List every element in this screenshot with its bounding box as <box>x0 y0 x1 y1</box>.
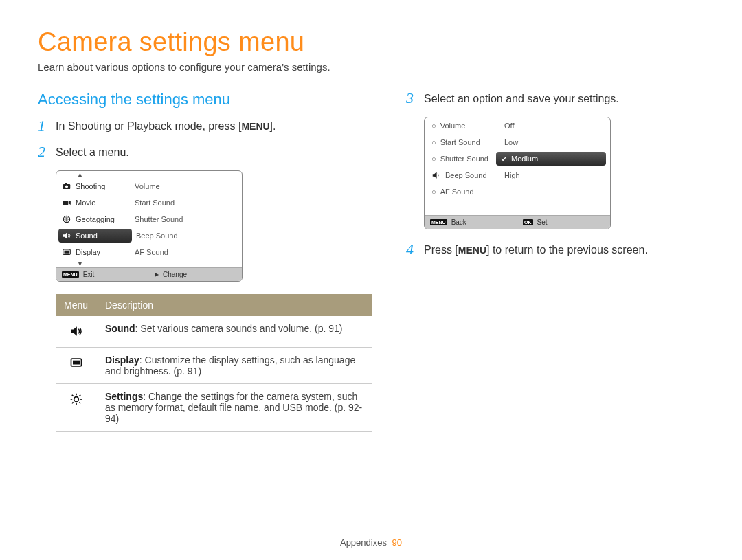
shutter-sound-item: ○ Shutter Sound <box>425 155 499 163</box>
menu-tag-icon: MENU <box>62 271 79 278</box>
svg-line-15 <box>79 402 80 403</box>
table-row: Sound: Set various camera sounds and vol… <box>56 316 372 348</box>
start-sound-item: ○ Start Sound <box>425 138 499 146</box>
medium-selected: Medium <box>496 152 606 166</box>
volume-item: ○ Volume <box>425 122 499 130</box>
movie-icon <box>62 198 71 208</box>
menu-key-label: MENU <box>241 121 269 132</box>
step-number: 3 <box>406 91 424 106</box>
af-sound-item: ○ AF Sound <box>425 188 499 196</box>
camera-screen-footer: MENU Back OK Set <box>425 215 610 229</box>
step-text: Press [MENU] to return to the previous s… <box>424 242 648 258</box>
check-icon <box>500 155 507 162</box>
page-title: Camera settings menu <box>38 27 704 57</box>
table-row: Settings: Change the settings for the ca… <box>56 384 372 432</box>
play-icon: ▶ <box>155 271 159 278</box>
step-2: 2 Select a menu. <box>38 144 372 161</box>
right-column: 3 Select an option and save your setting… <box>406 91 704 432</box>
step-number: 1 <box>38 118 56 133</box>
radio-icon: ○ <box>431 138 436 146</box>
step-number: 4 <box>406 242 424 257</box>
svg-line-17 <box>79 395 80 396</box>
globe-icon <box>62 214 71 224</box>
display-icon <box>62 247 71 257</box>
description-table: Menu Description Sound: Set various came… <box>56 294 372 432</box>
menu-item-sound-selected: Sound <box>58 229 132 243</box>
svg-point-9 <box>74 397 79 402</box>
camera-screen-menu: ▲ Shooting Volume Movie Start Sound Geot… <box>56 170 243 282</box>
step-4: 4 Press [MENU] to return to the previous… <box>406 242 704 258</box>
camera-screen-option: ○ Volume Off ○ Start Sound Low ○ Shutter… <box>424 117 611 229</box>
section-title: Accessing the settings menu <box>38 91 372 109</box>
left-column: Accessing the settings menu 1 In Shootin… <box>38 91 372 432</box>
step-text: In Shooting or Playback mode, press [MEN… <box>56 118 276 135</box>
scroll-up-icon: ▲ <box>56 171 242 178</box>
svg-line-14 <box>72 395 74 396</box>
step-text: Select a menu. <box>56 144 129 161</box>
gear-icon <box>69 392 83 406</box>
table-header-description: Description <box>97 294 372 316</box>
display-icon <box>69 356 83 370</box>
table-row: Display: Customize the display settings,… <box>56 348 372 384</box>
sound-icon <box>431 170 441 180</box>
step-1: 1 In Shooting or Playback mode, press [M… <box>38 118 372 135</box>
svg-rect-2 <box>65 183 67 184</box>
svg-rect-6 <box>65 251 69 254</box>
svg-rect-3 <box>63 201 69 205</box>
menu-tag-icon: MENU <box>430 219 447 225</box>
scroll-down-icon: ▼ <box>56 260 242 267</box>
beep-sound-item: Beep Sound <box>425 170 499 180</box>
table-header-menu: Menu <box>56 294 97 316</box>
radio-icon: ○ <box>431 188 436 196</box>
sound-icon <box>62 231 71 240</box>
svg-point-1 <box>65 186 68 188</box>
svg-rect-8 <box>73 361 80 365</box>
menu-item-movie: Movie <box>56 198 132 208</box>
menu-key-label: MENU <box>458 245 486 256</box>
camera-icon <box>62 181 71 191</box>
menu-item-shooting: Shooting <box>56 181 132 191</box>
menu-item-display: Display <box>56 247 132 257</box>
svg-line-16 <box>72 402 74 403</box>
step-3: 3 Select an option and save your setting… <box>406 91 704 107</box>
step-number: 2 <box>38 144 56 159</box>
sound-icon <box>69 324 83 338</box>
radio-icon: ○ <box>431 122 436 130</box>
page-intro: Learn about various options to configure… <box>38 61 704 73</box>
camera-screen-footer: MENU Exit ▶ Change <box>56 267 242 281</box>
step-text: Select an option and save your settings. <box>424 91 619 107</box>
ok-tag-icon: OK <box>523 219 533 225</box>
radio-icon: ○ <box>431 155 436 163</box>
menu-item-geotagging: Geotagging <box>56 214 132 224</box>
